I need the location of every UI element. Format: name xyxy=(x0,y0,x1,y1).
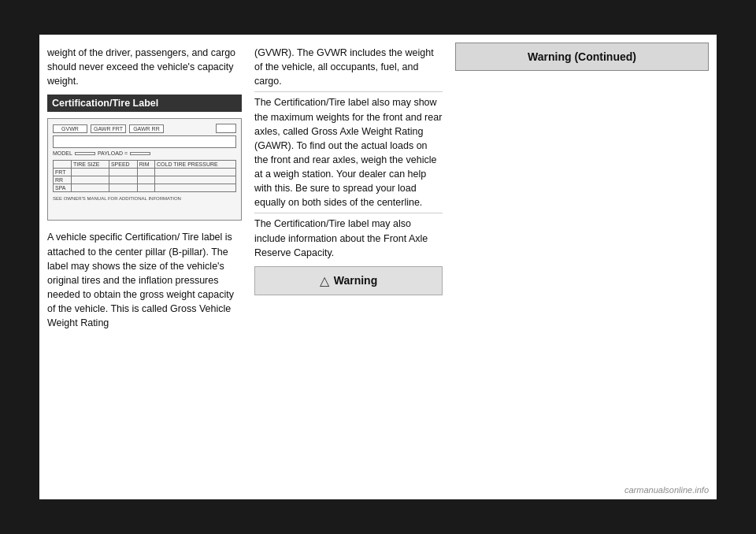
col-middle: (GVWR). The GVWR includes the weight of … xyxy=(248,43,449,491)
page: weight of the driver, passengers, and ca… xyxy=(39,35,717,499)
diag-wide-row xyxy=(53,135,236,148)
rim-col: RIM xyxy=(137,161,154,169)
frt-rim xyxy=(137,169,154,176)
middle-block3: The Certification/Tire label may also in… xyxy=(254,213,443,259)
diag-model-row: MODEL PAYLOAD = xyxy=(53,150,236,156)
rr-rim xyxy=(137,176,154,184)
tire-col-empty xyxy=(54,161,72,169)
warning-continued-title: Warning (Continued) xyxy=(528,50,636,63)
intro-text: weight of the driver, passengers, and ca… xyxy=(47,43,242,95)
frt-tire-size xyxy=(72,169,109,176)
rr-cold-tire xyxy=(155,176,236,184)
tire-header-row: TIRE SIZE SPEED RIM COLD TIRE PRESSURE xyxy=(54,161,236,169)
tire-table: TIRE SIZE SPEED RIM COLD TIRE PRESSURE F… xyxy=(53,160,236,192)
model-value-box xyxy=(75,152,95,155)
col-left: weight of the driver, passengers, and ca… xyxy=(47,43,248,491)
rr-row: RR xyxy=(54,176,236,184)
diag-corner xyxy=(216,124,236,133)
rr-speed xyxy=(109,176,137,184)
frt-cold-tire xyxy=(155,169,236,176)
frt-row: FRT xyxy=(54,169,236,176)
diag-footer: SEE OWNER'S MANUAL FOR ADDITIONAL INFORM… xyxy=(53,196,236,201)
warning-triangle-icon: △ xyxy=(320,273,329,288)
warning-continued-box: Warning (Continued) xyxy=(455,43,709,71)
cold-tire-col: COLD TIRE PRESSURE xyxy=(155,161,236,169)
diag-top-row: GVWR GAWR FRT GAWR RR xyxy=(53,124,236,133)
rr-tire-size xyxy=(72,176,109,184)
speed-col: SPEED xyxy=(109,161,137,169)
model-label: MODEL xyxy=(53,150,72,156)
spa-rim xyxy=(137,184,154,192)
spa-cold-tire xyxy=(155,184,236,192)
section-header: Certification/Tire Label xyxy=(47,95,242,112)
body-text: A vehicle specific Certification/ Tire l… xyxy=(47,227,242,336)
diag-wide-box xyxy=(53,135,236,148)
frt-speed xyxy=(109,169,137,176)
tire-size-col: TIRE SIZE xyxy=(72,161,109,169)
certification-tire-diagram: GVWR GAWR FRT GAWR RR MODEL PAYLOAD = T xyxy=(47,118,242,221)
middle-block2: The Certification/Tire label also may sh… xyxy=(254,91,443,210)
gawr-frt-box: GAWR FRT xyxy=(91,124,126,133)
gawr-rr-box: GAWR RR xyxy=(129,124,164,133)
gvwr-box: GVWR xyxy=(53,124,87,133)
watermark: carmanualsonline.info xyxy=(624,485,709,495)
frt-label: FRT xyxy=(54,169,72,176)
warning-banner: △ Warning xyxy=(254,266,443,295)
payload-label: PAYLOAD = xyxy=(98,150,128,156)
payload-value-box xyxy=(130,152,150,155)
spa-tire-size xyxy=(72,184,109,192)
middle-block1: (GVWR). The GVWR includes the weight of … xyxy=(254,43,443,88)
spa-label: SPA xyxy=(54,184,72,192)
rr-label: RR xyxy=(54,176,72,184)
spa-speed xyxy=(109,184,137,192)
col-right: Warning (Continued) xyxy=(449,43,709,491)
spa-row: SPA xyxy=(54,184,236,192)
warning-label: Warning xyxy=(334,274,377,287)
